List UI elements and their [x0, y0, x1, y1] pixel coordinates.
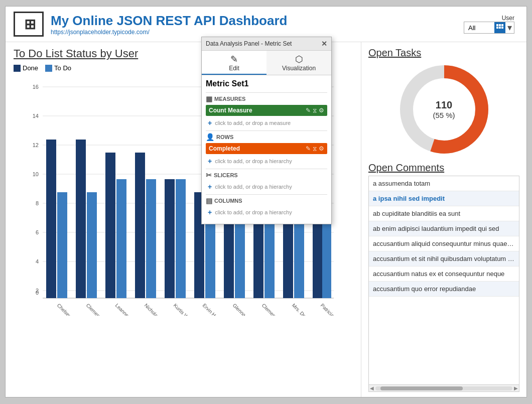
svg-rect-33: [135, 153, 145, 298]
todo-color-swatch: [45, 65, 52, 72]
svg-text:Chelsey Dietrich: Chelsey Dietrich: [56, 303, 86, 316]
count-measure-row[interactable]: Count Measure ✎ ⧖ ⚙: [206, 105, 327, 116]
completed-actions: ✎ ⧖ ⚙: [306, 145, 324, 152]
svg-text:Glenna Reichert: Glenna Reichert: [232, 303, 261, 316]
open-tasks-count: 110: [433, 99, 455, 111]
user-filter-label: User: [502, 15, 514, 22]
comment-item: accusantium natus ex et consequuntur neq…: [369, 266, 519, 282]
svg-rect-3: [496, 27, 498, 29]
completed-edit-icon[interactable]: ✎: [306, 145, 311, 152]
hscroll-track: [375, 386, 512, 390]
add-columns-row[interactable]: + click to add, or drop a hierarchy: [206, 207, 327, 218]
svg-rect-48: [283, 219, 293, 298]
measures-label: MEASURES: [214, 96, 245, 102]
slicers-label: SLICERS: [214, 172, 238, 178]
main-container: ⊞ My Online JSON REST API Dashboard http…: [5, 6, 527, 397]
panel-body: Metric Set1 ▦ MEASURES Count Measure ✎ ⧖…: [202, 75, 331, 224]
add-slicers-row[interactable]: + click to add, or drop a hierarchy: [206, 181, 327, 192]
panel-tabs: ✎ Edit ⬡ Visualization: [202, 51, 331, 75]
legend-todo-label: To Do: [54, 64, 71, 72]
add-rows-icon: +: [208, 157, 212, 165]
completed-filter-icon[interactable]: ⧖: [313, 145, 317, 152]
svg-rect-1: [499, 24, 501, 26]
count-measure-label: Count Measure: [209, 107, 306, 114]
open-comments-title: Open Comments: [368, 162, 519, 174]
user-grid-icon: [494, 22, 505, 33]
metric-set-name: Metric Set1: [206, 79, 327, 88]
comment-item: ab enim adipisci laudantium impedit qui …: [369, 221, 519, 236]
completed-row[interactable]: Completed ✎ ⧖ ⚙: [206, 143, 327, 154]
comment-item: accusantium et sit nihil quibusdam volup…: [369, 251, 519, 266]
count-measure-filter-icon[interactable]: ⧖: [313, 107, 317, 114]
panel-title: Data Analysis Panel - Metric Set: [206, 40, 292, 47]
add-slicers-label: click to add, or drop a hierarchy: [215, 184, 292, 190]
count-measure-gear-icon[interactable]: ⚙: [319, 107, 324, 114]
tab-visualization[interactable]: ⬡ Visualization: [267, 51, 331, 75]
add-measure-label: click to add, or drop a measure: [215, 120, 291, 126]
svg-rect-31: [116, 179, 126, 298]
donut-center-text: 110 (55 %): [433, 99, 455, 119]
donut-chart-container: 110 (55 %): [368, 62, 519, 157]
svg-text:Clementine Bauch: Clementine Bauch: [261, 303, 294, 316]
user-select-value: All: [464, 23, 494, 33]
svg-rect-2: [501, 24, 503, 26]
add-columns-icon: +: [208, 208, 212, 216]
svg-rect-45: [253, 219, 263, 298]
svg-text:8: 8: [36, 200, 39, 206]
add-rows-row[interactable]: + click to add, or drop a hierarchy: [206, 156, 327, 167]
data-analysis-panel: Data Analysis Panel - Metric Set ✕ ✎ Edi…: [201, 37, 332, 224]
comment-item: accusantium aliquid consequuntur minus q…: [369, 236, 519, 251]
rows-label: ROWS: [216, 134, 233, 140]
open-tasks-percent: (55 %): [433, 111, 455, 119]
panel-header: Data Analysis Panel - Metric Set ✕: [202, 37, 331, 51]
hscroll-thumb: [380, 386, 463, 390]
rows-section-header: 👤 ROWS: [206, 133, 327, 141]
rows-icon: 👤: [206, 133, 214, 141]
svg-rect-24: [46, 140, 56, 298]
tab-edit[interactable]: ✎ Edit: [202, 51, 267, 75]
header-text: My Online JSON REST API Dashboard https:…: [51, 13, 464, 36]
measures-icon: ▦: [206, 95, 212, 103]
svg-text:0: 0: [36, 290, 39, 296]
measures-section-header: ▦ MEASURES: [206, 95, 327, 103]
app-url[interactable]: https://jsonplaceholder.typicode.com/: [51, 29, 464, 36]
completed-label: Completed: [209, 145, 306, 152]
legend-done: Done: [14, 64, 38, 72]
comment-item: ab cupiditate blanditiis ea sunt: [369, 206, 519, 221]
panel-close-button[interactable]: ✕: [321, 40, 327, 48]
count-measure-edit-icon[interactable]: ✎: [306, 107, 311, 114]
columns-section-header: ▤ COLUMNS: [206, 197, 327, 205]
svg-text:14: 14: [33, 113, 39, 119]
columns-icon: ▤: [206, 197, 212, 205]
svg-text:Ervin Howell: Ervin Howell: [202, 303, 225, 316]
right-panel: Open Tasks 110 (55 %) Open Comments: [361, 42, 526, 397]
svg-rect-36: [165, 179, 175, 298]
add-rows-label: click to add, or drop a hierarchy: [215, 158, 292, 164]
count-measure-actions: ✎ ⧖ ⚙: [306, 107, 324, 114]
svg-text:10: 10: [33, 171, 39, 177]
tab-edit-label: Edit: [229, 65, 239, 72]
legend-todo: To Do: [45, 64, 71, 72]
svg-rect-46: [264, 219, 275, 298]
comments-horizontal-scrollbar[interactable]: ◀ ▶: [369, 384, 519, 391]
svg-text:4: 4: [36, 258, 39, 264]
add-measure-row[interactable]: + click to add, or drop a measure: [206, 117, 327, 128]
comment-item: accusantium quo error repudiandae: [369, 282, 519, 297]
comments-list[interactable]: a assumenda totama ipsa nihil sed impedi…: [369, 176, 519, 384]
svg-rect-25: [57, 192, 67, 298]
svg-rect-42: [224, 219, 234, 298]
svg-text:Kurtis Weissnat: Kurtis Weissnat: [173, 303, 201, 316]
add-slicers-icon: +: [208, 183, 212, 191]
svg-rect-5: [501, 27, 503, 29]
comment-item: a assumenda totam: [369, 176, 519, 191]
logo-icon: ⊞: [24, 16, 34, 33]
visualization-icon: ⬡: [269, 54, 329, 65]
app-title: My Online JSON REST API Dashboard: [51, 13, 464, 29]
columns-label: COLUMNS: [214, 198, 242, 204]
done-color-swatch: [14, 65, 21, 72]
svg-rect-37: [176, 179, 186, 298]
user-select-row[interactable]: All ▾: [464, 22, 514, 34]
svg-rect-0: [496, 24, 498, 26]
completed-gear-icon[interactable]: ⚙: [319, 145, 324, 152]
user-dropdown-arrow-icon[interactable]: ▾: [505, 22, 514, 33]
